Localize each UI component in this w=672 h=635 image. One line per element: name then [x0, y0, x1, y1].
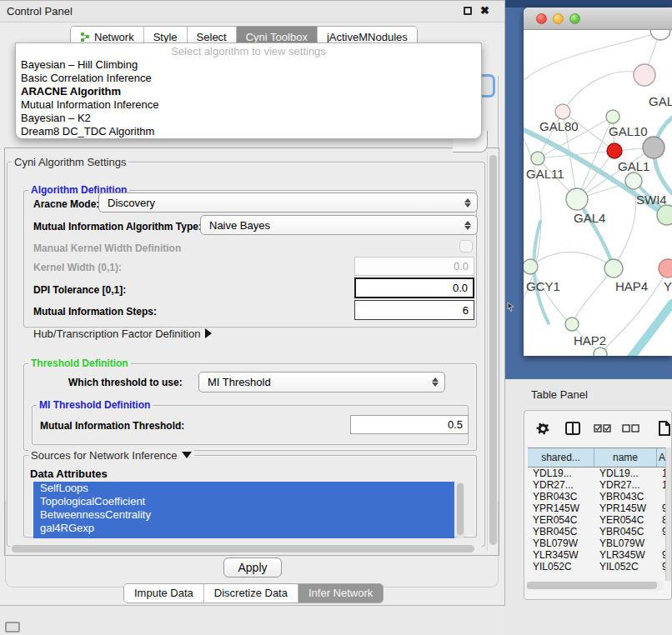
cyni-algorithm-settings-title: Cyni Algorithm Settings — [12, 156, 128, 168]
kernel-width-input[interactable]: 0.0 — [354, 257, 474, 276]
node-hap2[interactable] — [565, 318, 579, 331]
node-y[interactable] — [659, 259, 672, 278]
mi-steps-input[interactable]: 6 — [354, 300, 474, 320]
tab-style-label: Style — [153, 31, 178, 43]
which-threshold-label: Which threshold to use: — [68, 377, 183, 388]
dropdown-item-bayesian-k2[interactable]: Bayesian – K2 — [16, 112, 481, 125]
mi-algorithm-type-combobox[interactable]: Naive Bayes — [200, 215, 478, 235]
unchecked-columns-icon[interactable] — [622, 424, 639, 432]
zoom-traffic-light-icon[interactable] — [569, 13, 580, 24]
dropdown-item-dream8[interactable]: Dream8 DC_TDC Algorithm — [16, 125, 481, 138]
mi-threshold-label: Mutual Information Threshold: — [40, 420, 184, 432]
list-item[interactable]: gal4RGexp — [33, 522, 454, 535]
column-header-name[interactable]: name — [594, 448, 657, 467]
table-row[interactable]: YBR043CYBR043C — [528, 491, 668, 502]
node-label: HAP4 — [615, 279, 648, 293]
list-item[interactable]: BetweennessCentrality — [33, 508, 454, 522]
table-row[interactable]: YIL052CYIL052C9. — [528, 561, 668, 572]
apply-button[interactable]: Apply — [223, 558, 282, 578]
manual-kernel-width-checkbox[interactable] — [459, 240, 473, 252]
desktop-top-strip — [505, 0, 672, 8]
cell: YPR145W — [594, 502, 657, 514]
dpi-tolerance-input[interactable]: 0.0 — [354, 278, 474, 298]
cell: YBR045C — [528, 526, 594, 538]
data-attributes-label: Data Attributes — [30, 468, 108, 480]
close-traffic-light-icon[interactable] — [536, 13, 547, 24]
table-row[interactable]: YDL19...YDL19...13 — [528, 468, 668, 479]
mi-threshold-input[interactable]: 0.5 — [350, 415, 469, 434]
dropdown-item-bayesian-hill-climbing[interactable]: Bayesian – Hill Climbing — [16, 58, 481, 72]
attribute-list-scrollbar[interactable] — [456, 482, 464, 538]
cell: YLR345W — [594, 549, 657, 561]
node-gcy1[interactable] — [524, 259, 538, 274]
network-view-window[interactable]: GAL GAL80 GAL10 GAL1 SWI4 GAL11 GAL4 GCY… — [524, 8, 672, 356]
node-gal[interactable] — [634, 64, 655, 86]
node-partial-bottom[interactable] — [594, 348, 607, 356]
node-gray[interactable] — [643, 137, 664, 158]
node-unlabeled[interactable] — [650, 30, 670, 40]
mi-threshold-group-title: MI Threshold Definition — [37, 399, 153, 411]
cell: YER054C — [528, 514, 594, 526]
node-label: HAP2 — [574, 333, 606, 348]
table-row[interactable]: YBL079WYBL079W — [528, 538, 668, 549]
checked-columns-icon[interactable] — [594, 424, 611, 432]
tab-cyni-toolbox[interactable]: Cyni Toolbox — [237, 27, 318, 44]
column-header-shared-name[interactable]: shared... — [528, 448, 594, 467]
which-threshold-value: MI Threshold — [208, 376, 271, 388]
tab-infer-network-label: Infer Network — [308, 587, 373, 599]
dropdown-item-mutual-information[interactable]: Mutual Information Inference — [16, 98, 481, 112]
tab-jactivemnodules[interactable]: jActiveMNodules — [318, 27, 417, 44]
node-gal4[interactable] — [566, 188, 588, 210]
node-swi4[interactable] — [657, 205, 672, 225]
tab-infer-network[interactable]: Infer Network — [298, 584, 383, 602]
close-icon[interactable]: ✖ — [480, 4, 489, 17]
threshold-definition-title: Threshold Definition — [28, 358, 131, 369]
column-layout-icon[interactable] — [565, 422, 580, 435]
table-header-row: shared... name A — [528, 448, 668, 468]
table-row[interactable]: YLR345WYLR345W9. — [528, 549, 668, 561]
tab-discretize-data[interactable]: Discretize Data — [204, 584, 298, 602]
stepper-arrows-icon — [432, 372, 439, 392]
data-attributes-list[interactable]: SelfLoops TopologicalCoefficient Between… — [33, 482, 454, 538]
settings-vertical-scrollbar[interactable] — [487, 152, 498, 551]
node-gal11[interactable] — [531, 152, 544, 165]
float-window-icon[interactable] — [464, 7, 472, 15]
network-graph[interactable]: GAL GAL80 GAL10 GAL1 SWI4 GAL11 GAL4 GCY… — [524, 30, 672, 356]
table-row[interactable]: YBR045CYBR045C9. — [528, 526, 668, 538]
new-table-icon[interactable] — [658, 421, 671, 436]
cell: YBR045C — [594, 526, 657, 538]
aracne-mode-combobox[interactable]: Discovery — [98, 192, 478, 212]
table-row[interactable]: YPR145WYPR145W9. — [528, 502, 668, 514]
mi-steps-value: 6 — [463, 304, 469, 317]
tab-select[interactable]: Select — [188, 27, 237, 44]
list-item[interactable]: SelfLoops — [33, 482, 454, 495]
node-gal10[interactable] — [606, 110, 619, 123]
network-icon — [80, 32, 90, 42]
list-item[interactable]: TopologicalCoefficient — [33, 495, 454, 508]
sources-group-title[interactable]: Sources for Network Inference — [28, 449, 194, 462]
tab-network-label: Network — [94, 31, 134, 43]
hub-definition-toggle[interactable]: Hub/Transcription Factor Definition — [33, 328, 212, 340]
dropdown-item-aracne[interactable]: ARACNE Algorithm — [16, 85, 481, 98]
table-row[interactable]: YER054CYER054C8. — [528, 514, 668, 526]
node-gal80[interactable] — [555, 104, 570, 119]
tab-impute-data[interactable]: Impute Data — [124, 584, 204, 602]
dropdown-item-basic-correlation[interactable]: Basic Correlation Inference — [16, 72, 481, 85]
table-vertical-scrollbar[interactable] — [665, 448, 671, 581]
which-threshold-combobox[interactable]: MI Threshold — [198, 372, 445, 392]
settings-horizontal-scrollbar[interactable] — [10, 544, 482, 553]
gear-icon[interactable] — [536, 422, 550, 436]
mi-algorithm-type-label: Mutual Information Algorithm Type: — [33, 221, 202, 232]
tab-network[interactable]: Network — [71, 27, 144, 44]
node-red-selected[interactable] — [607, 143, 622, 158]
tab-style[interactable]: Style — [144, 27, 188, 44]
node-label: GAL80 — [539, 119, 579, 133]
stepper-arrows-icon — [464, 193, 471, 212]
minimize-traffic-light-icon[interactable] — [553, 13, 564, 24]
node-gal1[interactable] — [625, 172, 642, 189]
table-row[interactable]: YDR27...YDR27...12 — [528, 479, 668, 491]
mi-steps-label: Mutual Information Steps: — [33, 306, 157, 318]
minimized-panel-icon[interactable] — [5, 622, 20, 632]
table-horizontal-scrollbar[interactable] — [526, 581, 663, 590]
node-hap4[interactable] — [604, 259, 623, 278]
